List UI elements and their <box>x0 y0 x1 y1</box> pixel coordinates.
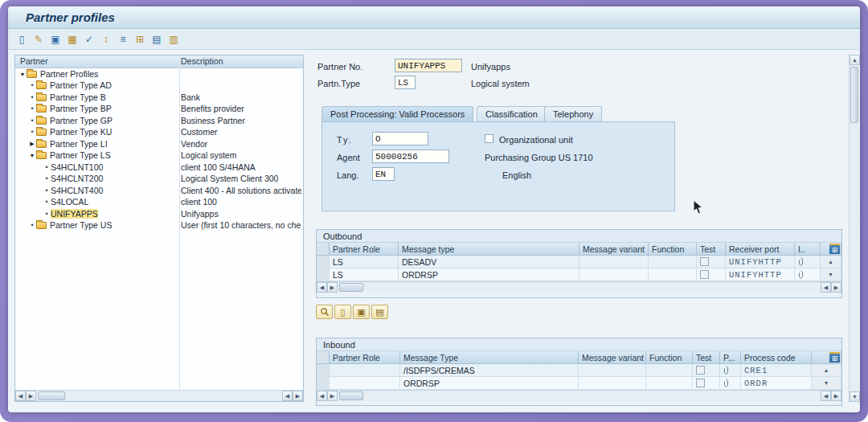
row-scroll-up[interactable]: ▲ <box>812 364 841 377</box>
test-checkbox[interactable] <box>700 270 709 279</box>
check-icon[interactable]: ✓ <box>82 32 96 47</box>
bullet-icon: • <box>43 186 51 195</box>
col-receiver-port[interactable]: Receiver port <box>726 243 795 256</box>
row-select-cell[interactable] <box>317 377 330 390</box>
scroll-down-icon[interactable]: ▼ <box>850 391 860 402</box>
lang-field[interactable]: EN <box>372 167 395 181</box>
scroll-right-icon[interactable]: ▶ <box>293 391 303 401</box>
clipboard-icon[interactable]: ▥ <box>166 32 181 47</box>
scroll-right-icon[interactable]: ▶ <box>327 282 338 293</box>
tree-item-partner-type-gp[interactable]: • Partner Type GP Business Partner <box>15 115 303 127</box>
scroll-right-icon[interactable]: ▶ <box>831 282 841 293</box>
tab-telephony[interactable]: Telephony <box>544 106 602 121</box>
collapse-icon[interactable]: ▼ <box>18 72 27 77</box>
outbound-row-desadv[interactable]: LS DESADV UNIFYHTTP ▲ <box>317 256 841 268</box>
org-unit-checkbox[interactable] <box>485 134 493 143</box>
select-all-cell[interactable] <box>317 243 330 256</box>
test-checkbox[interactable] <box>696 379 705 387</box>
tree-item-partner-profiles[interactable]: ▼ Partner Profiles <box>15 68 303 80</box>
col-function[interactable]: Function <box>646 351 693 364</box>
row-scroll-down[interactable]: ▼ <box>812 377 841 390</box>
tree-item-partner-type-li[interactable]: ▶ Partner Type LI Vendor <box>15 138 303 150</box>
row-select-cell[interactable] <box>317 256 330 268</box>
scroll-right-icon[interactable]: ▶ <box>26 391 36 401</box>
row-scroll-up[interactable]: ▲ <box>821 256 841 268</box>
expand-icon[interactable]: ▶ <box>28 141 36 147</box>
scroll-left-icon[interactable]: ◀ <box>317 282 327 293</box>
outbound-row-ordrsp[interactable]: LS ORDRSP UNIFYHTTP ▼ <box>317 268 841 281</box>
sort-icon[interactable]: ↕ <box>99 32 113 47</box>
row-scroll-down[interactable]: ▼ <box>821 268 841 281</box>
delete-icon[interactable]: ▦ <box>65 32 80 47</box>
partn-type-field[interactable]: LS <box>395 76 416 89</box>
tree-col-description: Description <box>181 56 223 66</box>
tree-item-s4hclnt100[interactable]: • S4HCLNT100 client 100 S/4HANA <box>15 162 303 174</box>
tree-item-partner-type-ku[interactable]: • Partner Type KU Customer <box>15 126 303 138</box>
tree-item-s4local[interactable]: • S4LOCAL client 100 <box>15 196 303 208</box>
col-message-variant[interactable]: Message variant <box>579 243 649 256</box>
tree-item-partner-type-ad[interactable]: • Partner Type AD <box>15 80 303 92</box>
select-all-cell[interactable] <box>317 351 330 364</box>
scroll-right-icon[interactable]: ▶ <box>831 391 841 401</box>
test-checkbox[interactable] <box>696 366 705 375</box>
col-p[interactable]: P... <box>720 351 741 364</box>
tab-post-processing[interactable]: Post Processing: Valid Processors <box>321 106 473 121</box>
main-vertical-scrollbar[interactable]: ▲ ▼ <box>849 55 859 402</box>
tree-item-s4hclnt200[interactable]: • S4HCLNT200 Logical System Client 300 <box>15 173 303 185</box>
col-function[interactable]: Function <box>649 243 697 256</box>
scroll-left-icon[interactable]: ◀ <box>15 391 26 401</box>
scroll-thumb[interactable] <box>850 67 858 123</box>
tree-item-s4hclnt400[interactable]: • S4HCLNT400 Client 400 - All solutions … <box>15 185 303 197</box>
col-partner-role[interactable]: Partner Role <box>330 351 400 364</box>
scroll-up-icon[interactable]: ▲ <box>850 55 860 65</box>
collapse-icon[interactable]: ▼ <box>28 153 36 158</box>
scroll-left-icon[interactable]: ◀ <box>821 282 831 293</box>
row-select-cell[interactable] <box>317 364 330 377</box>
scroll-thumb[interactable] <box>339 283 363 292</box>
col-partner-role[interactable]: Partner Role <box>330 243 399 256</box>
inbound-horizontal-scrollbar[interactable]: ◀ ▶ ◀ ▶ <box>317 390 841 401</box>
scroll-thumb[interactable] <box>339 391 363 400</box>
delete-row-button[interactable]: ▤ <box>371 305 388 319</box>
copy-icon[interactable]: ▣ <box>48 32 63 47</box>
row-select-cell[interactable] <box>317 268 330 281</box>
col-test[interactable]: Test <box>693 351 720 364</box>
tab-classification[interactable]: Classification <box>477 106 547 121</box>
scroll-left-icon[interactable]: ◀ <box>282 391 293 401</box>
display-row-button[interactable] <box>316 305 333 319</box>
col-message-type[interactable]: Message Type <box>400 351 579 364</box>
create-icon[interactable]: ▯ <box>14 32 29 47</box>
inbound-row-cremas[interactable]: /ISDFPS/CREMAS CRE1 ▲ <box>317 364 841 377</box>
col-i[interactable]: I.. <box>795 243 821 256</box>
type-field[interactable]: O <box>372 132 428 145</box>
table-header-end: ⊞ <box>812 351 841 364</box>
create-row-button[interactable]: ▯ <box>334 305 351 319</box>
scroll-left-icon[interactable]: ◀ <box>821 391 831 401</box>
col-message-type[interactable]: Message type <box>399 243 579 256</box>
col-process-code[interactable]: Process code <box>741 351 812 364</box>
tree-horizontal-scrollbar[interactable]: ◀ ▶ ◀ ▶ <box>15 390 303 401</box>
scroll-right-icon[interactable]: ▶ <box>327 391 338 401</box>
table-settings-icon[interactable]: ⊞ <box>829 244 840 254</box>
agent-field[interactable]: 50000256 <box>372 150 449 163</box>
inbound-row-ordrsp[interactable]: ORDRSP ORDR ▼ <box>317 377 841 390</box>
expand-all-icon[interactable]: ⊞ <box>133 32 147 47</box>
tree-item-partner-type-bp[interactable]: • Partner Type BP Benefits provider <box>15 103 303 115</box>
tree-item-partner-type-b[interactable]: • Partner Type B Bank <box>15 92 303 104</box>
test-checkbox[interactable] <box>700 257 709 266</box>
table-settings-icon[interactable]: ⊞ <box>829 352 840 363</box>
partner-no-description: Unifyapps <box>471 62 510 72</box>
col-test[interactable]: Test <box>697 243 726 256</box>
outbound-horizontal-scrollbar[interactable]: ◀ ▶ ◀ ▶ <box>317 281 841 293</box>
tree-item-partner-type-us[interactable]: • Partner Type US User (first 10 charact… <box>15 219 303 231</box>
tree-item-unifyapps[interactable]: • UNIFYAPPS Unifyapps <box>15 208 303 220</box>
scroll-left-icon[interactable]: ◀ <box>317 391 327 401</box>
copy-row-button[interactable]: ▣ <box>353 305 370 319</box>
scroll-thumb[interactable] <box>38 391 65 400</box>
hierarchy-icon[interactable]: ≡ <box>116 32 130 47</box>
export-icon[interactable]: ▤ <box>149 32 164 47</box>
partner-no-field[interactable]: UNIFYAPPS <box>395 59 462 72</box>
col-message-variant[interactable]: Message variant <box>579 351 646 364</box>
tree-item-partner-type-ls[interactable]: ▼ Partner Type LS Logical system <box>15 150 303 162</box>
change-icon[interactable]: ✎ <box>31 32 46 47</box>
